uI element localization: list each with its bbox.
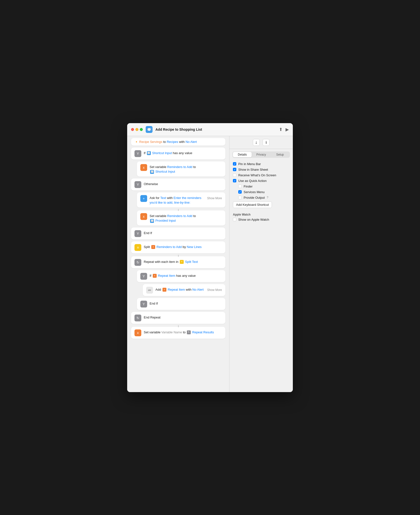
set-var-1-keyword: Set variable — [150, 165, 167, 169]
add-keyboard-shortcut-button[interactable]: Add Keyboard Shortcut — [233, 201, 272, 208]
partial-recipes: Recipes — [167, 140, 178, 144]
end-if-2-block[interactable]: Y End If — [137, 298, 225, 310]
services-menu-row: Services Menu — [238, 190, 289, 194]
app-icon: 🍽️ — [146, 126, 153, 133]
end-if-1-block[interactable]: Y End If — [131, 228, 225, 239]
close-button[interactable] — [131, 128, 134, 131]
otherwise-keyword: Otherwise — [144, 182, 158, 186]
pin-in-menu-bar-checkbox[interactable] — [233, 162, 236, 166]
add-content: Show More Add x Repeat Item with No Aler… — [155, 287, 222, 292]
ask-for-icon: + — [140, 195, 147, 202]
repeat-results-inline-icon: ↻ — [187, 330, 191, 334]
show-on-apple-watch-checkbox[interactable] — [233, 218, 236, 221]
if-2-block[interactable]: Y If x Repeat Item has any value — [137, 270, 225, 282]
show-on-apple-watch-row: Show on Apple Watch — [233, 218, 289, 221]
set-var-1-value: Shortcut Input — [155, 170, 175, 173]
run-button[interactable]: ▶ — [286, 127, 289, 132]
repeat-block[interactable]: ↻ Repeat with each item in ≡ Split Text — [131, 256, 225, 268]
add-var: Repeat Item — [168, 288, 185, 291]
receive-whats-on-screen-checkbox[interactable] — [233, 173, 236, 177]
otherwise-block[interactable]: Y Otherwise — [131, 178, 225, 190]
end-repeat-content: End Repeat — [144, 314, 222, 320]
tab-details[interactable]: Details — [233, 152, 252, 157]
show-in-share-sheet-checkbox[interactable] — [233, 168, 236, 171]
set-var-3-block[interactable]: x Set variable Variable Name to ↻ Repeat… — [131, 327, 225, 339]
end-if-2-keyword: End If — [150, 302, 158, 305]
set-var-2-to: to — [193, 214, 196, 218]
end-if-1-content: End If — [144, 230, 222, 236]
partial-recipe-servings: 🔸 Recipe Servings — [134, 140, 162, 144]
add-alert: No Alert — [192, 288, 204, 291]
show-in-share-sheet-label: Show in Share Sheet — [238, 168, 268, 171]
services-menu-checkbox[interactable] — [238, 190, 242, 194]
add-with: with — [186, 288, 192, 291]
set-var-3-value: Repeat Results — [192, 330, 214, 334]
finder-label: Finder — [244, 185, 253, 188]
set-var-2-block[interactable]: x Set variable Reminders to Add to ⬜ Pro… — [137, 210, 225, 226]
ask-type: Text — [160, 196, 166, 200]
set-var-3-to: to — [183, 330, 186, 334]
titlebar: 🍽️ Add Recipe to Shopping List ⬆ ▶ — [127, 123, 293, 136]
if-2-condition: has any value — [176, 274, 196, 277]
receive-whats-on-screen-label: Receive What's On Screen — [238, 173, 276, 177]
minimize-button[interactable] — [135, 128, 138, 131]
set-var-1-name: Reminders to Add — [167, 165, 192, 169]
reminders-inline-icon: x — [151, 245, 155, 249]
right-panel: ⤓ ℹ Details Privacy Setup Pin in Menu Ba… — [229, 136, 293, 392]
main-window: 🍽️ Add Recipe to Shopping List ⬆ ▶ 🔸 Rec… — [127, 123, 293, 392]
split-by: by — [183, 245, 187, 249]
repeat-item-inline-icon-2: x — [162, 288, 166, 292]
services-menu-label: Services Menu — [244, 190, 265, 194]
add-block[interactable]: ≔ Show More Add x Repeat Item with No Al… — [143, 284, 225, 296]
ask-for-content: Show More Ask for Text with Enter the re… — [150, 195, 222, 205]
add-to-dock-button[interactable]: ⤓ — [253, 139, 260, 146]
set-var-3-content: Set variable Variable Name to ↻ Repeat R… — [144, 329, 222, 335]
show-in-share-sheet-row: Show in Share Sheet — [233, 168, 289, 171]
repeat-content: Repeat with each item in ≡ Split Text — [144, 259, 222, 264]
provide-output-row: Provide Output ? — [238, 196, 289, 199]
use-as-quick-action-row: Use as Quick Action — [233, 179, 289, 183]
if-block[interactable]: Y If ⬜ Shortcut Input has any value — [131, 148, 225, 159]
provide-output-checkbox[interactable] — [238, 196, 242, 199]
apple-watch-section-label: Apple Watch — [233, 213, 289, 216]
tab-privacy[interactable]: Privacy — [252, 152, 270, 157]
partial-top-block: 🔸 Recipe Servings to Recipes with No Ale… — [131, 138, 225, 146]
tab-setup[interactable]: Setup — [271, 152, 289, 157]
set-var-3-keyword: Set variable — [144, 330, 161, 334]
use-as-quick-action-checkbox[interactable] — [233, 179, 236, 182]
info-button[interactable]: ℹ — [263, 139, 269, 146]
if-2-content: If x Repeat Item has any value — [150, 273, 222, 278]
share-button[interactable]: ⬆ — [279, 127, 283, 132]
ask-with: with — [167, 196, 174, 200]
flow-container: 🔸 Recipe Servings to Recipes with No Ale… — [127, 136, 229, 343]
if-icon: Y — [134, 150, 141, 157]
receive-whats-on-screen-row: Receive What's On Screen — [233, 173, 289, 177]
split-block[interactable]: ≡ Split x Reminders to Add by New Lines — [131, 241, 225, 253]
provide-output-label: Provide Output — [244, 196, 265, 199]
partial-with-label: with — [179, 140, 186, 144]
left-panel: 🔸 Recipe Servings to Recipes with No Ale… — [127, 136, 229, 392]
end-repeat-block[interactable]: ↻ End Repeat — [131, 312, 225, 324]
split-content: Split x Reminders to Add by New Lines — [144, 244, 222, 249]
traffic-lights — [131, 128, 143, 131]
repeat-icon: ↻ — [134, 259, 141, 266]
finder-checkbox[interactable] — [238, 185, 242, 188]
ask-keyword: Ask for — [150, 196, 160, 200]
window-title: Add Recipe to Shopping List — [155, 128, 276, 131]
add-show-more[interactable]: Show More — [207, 288, 222, 292]
add-keyword: Add — [155, 288, 162, 291]
partial-no-alert: No Alert — [186, 140, 197, 144]
otherwise-content: Otherwise — [144, 181, 222, 187]
shortcut-input-inline-icon: ⬜ — [147, 151, 151, 155]
ask-for-block[interactable]: + Show More Ask for Text with Enter the … — [137, 192, 225, 208]
use-as-quick-action-label: Use as Quick Action — [238, 179, 267, 183]
fullscreen-button[interactable] — [140, 128, 143, 131]
provide-output-help-icon[interactable]: ? — [267, 196, 268, 199]
set-var-1-block[interactable]: x Set variable Reminders to Add to ⬜ Sho… — [137, 161, 225, 177]
titlebar-actions: ⬆ ▶ — [279, 127, 289, 132]
right-top-icons: ⤓ ℹ — [229, 136, 293, 149]
set-var-2-value: Provided Input — [155, 219, 176, 222]
ask-show-more[interactable]: Show More — [207, 196, 222, 200]
quick-action-sub-options: Finder Services Menu Provide Output ? — [238, 185, 289, 199]
if-keyword: If — [144, 151, 146, 155]
